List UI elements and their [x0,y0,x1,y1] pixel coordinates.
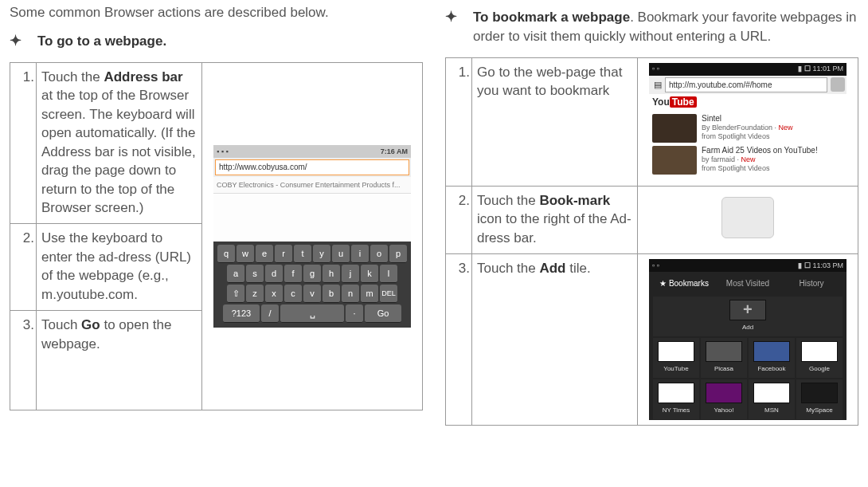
bookmark-icon[interactable] [831,77,845,92]
left-heading: ✦ To go to a webpage. [10,32,423,51]
step-number: 2. [446,186,472,253]
page-icon: ▤ [654,79,662,91]
key[interactable]: c [284,285,302,303]
step-text: Go to the web-page that you want to book… [472,57,638,186]
video-thumb [652,114,697,143]
step-text: Touch the Address bar at the top of the … [37,62,202,224]
status-icons: ▫ ▫ [652,261,659,270]
video-row[interactable]: Farm Aid 25 Videos on YouTube! by farmai… [652,146,843,175]
key[interactable]: t [294,245,311,263]
status-time: 7:16 AM [381,147,408,156]
delete-key[interactable]: DEL [380,285,397,303]
step-number: 1. [10,62,37,224]
bookmarks-grid: ★ Bookmarks Most Visited History Add You… [649,272,846,420]
key[interactable]: · [346,304,363,323]
key[interactable]: w [237,245,254,263]
key[interactable]: n [342,285,359,303]
go-key[interactable]: Go [365,304,401,323]
step-number: 1. [446,57,472,186]
tile[interactable]: Facebook [749,338,795,378]
keyboard[interactable]: q w e r t y u i o p [213,242,411,328]
video-thumb [652,146,697,175]
right-screenshot-2 [638,186,858,253]
key[interactable]: r [275,245,292,263]
intro-text: Some common Browser actions are describe… [10,5,423,21]
key[interactable]: e [256,245,273,263]
symbol-key[interactable]: ?123 [223,304,260,323]
key[interactable]: m [361,285,378,303]
bookmark-button-icon[interactable] [721,197,774,238]
tile[interactable]: YouTube [653,338,699,378]
key[interactable]: o [370,245,388,263]
key[interactable]: p [389,245,407,263]
tile[interactable]: Yahoo! [701,379,747,419]
key[interactable]: / [261,304,279,323]
key[interactable]: d [265,265,283,283]
status-icons: ▪ ▪ ▪ [217,147,229,156]
tab-most-visited[interactable]: Most Visited [716,277,780,291]
key[interactable]: a [227,265,244,283]
key[interactable]: j [342,265,359,283]
address-bar[interactable]: http://www.cobyusa.com/ [213,158,411,177]
step-text: Use the keyboard to enter the ad-dress (… [37,224,202,311]
key[interactable]: z [246,285,264,303]
right-steps-table: 1. Go to the web-page that you want to b… [445,57,858,426]
page-subtitle: COBY Electronics - Consumer Entertainmen… [213,177,411,194]
step-text: Touch Go to open the webpage. [37,311,202,410]
key[interactable]: v [303,285,321,303]
key[interactable]: g [303,265,321,283]
key[interactable]: y [313,245,330,263]
key[interactable]: b [323,285,340,303]
key[interactable]: u [332,245,350,263]
left-steps-table: 1. Touch the Address bar at the top of t… [10,62,423,410]
video-row[interactable]: Sintel By BlenderFoundation · New from S… [652,114,843,143]
step-number: 3. [446,254,472,426]
right-heading: ✦ To bookmark a webpage. Bookmark your f… [445,8,858,46]
plus-icon: ✦ [445,8,457,26]
tab-bookmarks[interactable]: ★ Bookmarks [652,277,716,291]
tile-add[interactable]: Add [653,297,843,336]
space-key[interactable]: ␣ [280,304,344,323]
plus-icon: ✦ [10,32,22,49]
address-bar[interactable]: ▤ http://m.youtube.com/#/home [649,76,846,95]
youtube-logo: YouTube [649,94,846,111]
step-text: Touch the Add tile. [472,254,638,426]
url-input[interactable]: http://www.cobyusa.com/ [215,159,409,175]
key[interactable]: i [351,245,369,263]
status-time: ▮ ☐ 11:03 PM [798,261,843,270]
tile[interactable]: Google [796,338,843,378]
left-screenshot: ▪ ▪ ▪ 7:16 AM http://www.cobyusa.com/ CO… [202,62,423,410]
step-number: 2. [10,224,37,311]
tile[interactable]: MySpace [796,379,843,419]
status-time: ▮ ☐ 11:01 PM [798,64,843,73]
key[interactable]: h [323,265,340,283]
tile[interactable]: MSN [749,379,795,419]
tab-history[interactable]: History [780,277,843,291]
key[interactable]: l [380,265,397,283]
key[interactable]: k [361,265,378,283]
tile[interactable]: Picasa [701,338,747,378]
status-icons: ▫ ▫ [652,64,659,73]
shift-key[interactable]: ⇧ [227,285,244,303]
step-text: Touch the Book-mark icon to the right of… [472,186,638,253]
url-input[interactable]: http://m.youtube.com/#/home [665,77,827,93]
right-screenshot-3: ▫ ▫ ▮ ☐ 11:03 PM ★ Bookmarks Most Visite… [638,254,858,426]
step-number: 3. [10,311,37,410]
right-screenshot-1: ▫ ▫ ▮ ☐ 11:01 PM ▤ http://m.youtube.com/… [638,57,858,186]
tile[interactable]: NY Times [653,379,699,419]
key[interactable]: q [217,245,235,263]
key[interactable]: x [265,285,283,303]
key[interactable]: s [246,265,264,283]
key[interactable]: f [284,265,302,283]
